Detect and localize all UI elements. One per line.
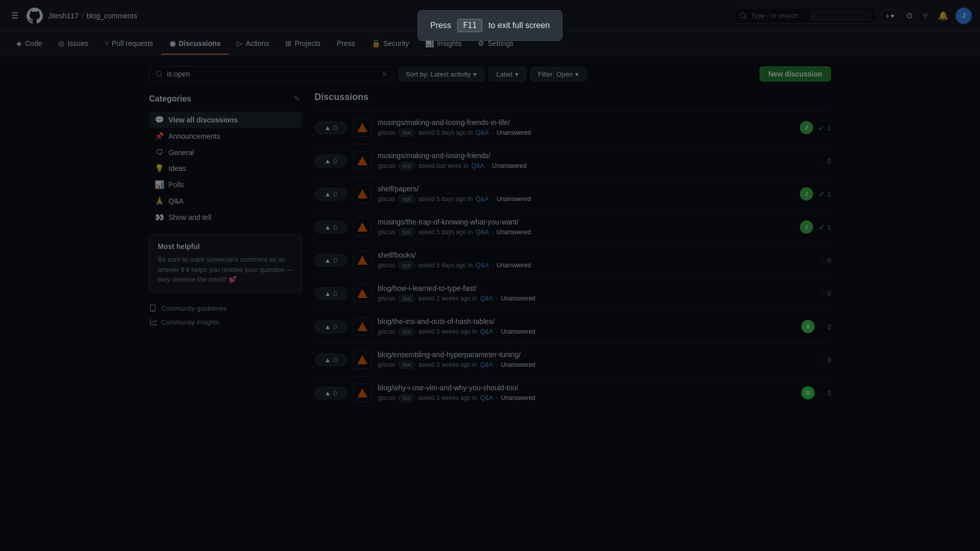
fullscreen-overlay[interactable]: Press F11 to exit full screen [0, 0, 980, 551]
fullscreen-text-suffix: to exit full screen [488, 21, 550, 30]
f11-key: F11 [457, 19, 482, 32]
fullscreen-banner: Press F11 to exit full screen [418, 10, 562, 41]
fullscreen-text-prefix: Press [430, 21, 451, 30]
